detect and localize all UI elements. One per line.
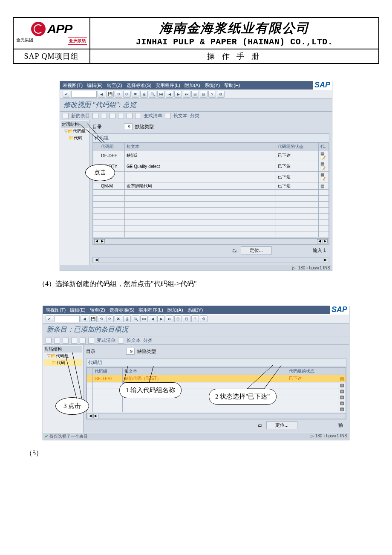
- expand-icon[interactable]: [63, 113, 69, 119]
- toolbar-button[interactable]: ?: [191, 315, 199, 322]
- sap-std-toolbar[interactable]: ✔ ◀ 💾 ⟲ ⟳ ✖ 🖨 🔍 ⏮ ◀ ▶ ⏭ ⊞ ⊟ ? ⚙: [60, 90, 332, 99]
- toolbar-button[interactable]: ⏮: [157, 91, 165, 98]
- locate-button[interactable]: 定位...: [266, 421, 297, 429]
- undo-icon[interactable]: [110, 113, 115, 119]
- codegroup-table[interactable]: 代码组 短文本 代码组的状态 代. GE-DEF缺陷2已下达▤ 📝 GE-QTY…: [92, 142, 329, 245]
- col-header[interactable]: 短文本: [125, 143, 276, 150]
- toolbar-button[interactable]: ◀: [149, 315, 156, 322]
- toolbar-button[interactable]: ✖: [132, 91, 139, 98]
- menu-item[interactable]: 编辑(E): [87, 82, 103, 89]
- toolbar-button[interactable]: ◀: [81, 315, 88, 322]
- toolbar-button[interactable]: 🖨: [140, 91, 148, 98]
- toolbar-button[interactable]: 🔍: [149, 91, 156, 98]
- toolbar-button[interactable]: ⚙: [200, 315, 208, 322]
- toolbar-button[interactable]: ⟳: [106, 315, 114, 322]
- menu-item[interactable]: 帮助(H): [224, 82, 240, 89]
- col-header[interactable]: 代码组: [99, 143, 125, 150]
- sap-menubar[interactable]: 表视图(T) 编辑(E) 转至(Z) 选择标准(S) 实用程序(L) 附加(A)…: [43, 306, 349, 314]
- select-all-icon[interactable]: [118, 113, 124, 119]
- menu-item[interactable]: 转至(Z): [107, 82, 122, 89]
- col-header[interactable]: 代码组的状态: [287, 368, 338, 375]
- toolbar-button[interactable]: ⏮: [140, 315, 148, 322]
- longtext-icon[interactable]: [118, 338, 124, 344]
- position-icon[interactable]: 🗂: [232, 248, 237, 253]
- menu-item[interactable]: 选择标准(S): [110, 307, 135, 313]
- sap-app-toolbar[interactable]: 新的条目 变式清单 长文本 分类: [60, 112, 332, 120]
- toolbar-button[interactable]: ◀: [98, 91, 105, 98]
- dialog-structure-tree[interactable]: 对话结构 ▽📂代码组 📁代码: [43, 345, 84, 433]
- toolbar-button[interactable]: 💾: [89, 315, 97, 322]
- menu-item[interactable]: 表视图(T): [63, 82, 83, 89]
- tcode-input[interactable]: [54, 315, 80, 322]
- hscroll[interactable]: ◀▶: [86, 413, 346, 419]
- toolbar-button[interactable]: ▶: [157, 315, 165, 322]
- longtext-icon[interactable]: [165, 113, 171, 119]
- menu-item[interactable]: 转至(Z): [90, 307, 105, 313]
- toolbar-button[interactable]: ⏭: [183, 91, 190, 98]
- variant-list-button[interactable]: 变式清单: [97, 337, 115, 344]
- toolbar-button[interactable]: 🔍: [132, 315, 139, 322]
- menu-item[interactable]: 实用程序(L): [156, 82, 180, 89]
- icon[interactable]: [80, 338, 86, 344]
- toolbar-button[interactable]: ✖: [115, 315, 122, 322]
- menu-item[interactable]: 实用程序(L): [138, 307, 163, 313]
- hscroll[interactable]: ◀▶◀▶: [93, 238, 329, 244]
- toolbar-button[interactable]: ⊞: [191, 91, 199, 98]
- sap-menubar[interactable]: 表视图(T) 编辑(E) 转至(Z) 选择标准(S) 实用程序(L) 附加(A)…: [60, 81, 332, 90]
- classify-button[interactable]: 分类: [143, 337, 153, 344]
- tcode-input[interactable]: [71, 91, 97, 98]
- delete-icon[interactable]: [63, 338, 69, 344]
- toolbar-button[interactable]: ✔: [63, 91, 70, 98]
- col-header[interactable]: 代码组: [93, 368, 123, 375]
- hscroll-main[interactable]: ◀▶: [92, 257, 329, 263]
- tree-node-codegroup[interactable]: 代码组: [73, 129, 86, 133]
- col-header[interactable]: 短文本: [123, 368, 287, 375]
- toolbar-button[interactable]: ⟳: [123, 91, 131, 98]
- catalog-input[interactable]: 9: [124, 123, 133, 130]
- toolbar-button[interactable]: 💾: [106, 91, 114, 98]
- toolbar-button[interactable]: ▶: [174, 91, 182, 98]
- sap-app-toolbar[interactable]: 变式清单 长文本 分类: [43, 336, 349, 345]
- toolbar-button[interactable]: ⊟: [183, 315, 190, 322]
- menu-item[interactable]: 附加(A): [167, 307, 183, 313]
- tree-node-code[interactable]: 代码: [74, 136, 82, 140]
- sap-std-toolbar[interactable]: ✔ ◀ 💾 ⟲ ⟳ ✖ 🖨 🔍 ⏮ ◀ ▶ ⏭ ⊞ ⊟ ? ⚙: [43, 314, 349, 324]
- locate-button[interactable]: 定位...: [241, 246, 272, 254]
- copy-icon[interactable]: [54, 338, 60, 344]
- toolbar-button[interactable]: ⟲: [115, 91, 122, 98]
- expand-icon[interactable]: [46, 338, 52, 344]
- col-header[interactable]: 代码组的状态: [276, 143, 319, 150]
- classify-button[interactable]: 分类: [190, 113, 199, 119]
- deselect-icon[interactable]: [127, 113, 133, 119]
- toolbar-button[interactable]: ✔: [46, 315, 53, 322]
- toolbar-button[interactable]: ?: [208, 91, 216, 98]
- print-icon[interactable]: [88, 338, 94, 344]
- menu-item[interactable]: 编辑(E): [70, 307, 86, 313]
- print-icon[interactable]: [135, 113, 141, 119]
- copy-icon[interactable]: [92, 113, 98, 119]
- position-icon[interactable]: 🗂: [258, 423, 263, 428]
- longtext-button[interactable]: 长文本: [127, 337, 141, 344]
- longtext-button[interactable]: 长文本: [173, 113, 187, 119]
- col-header[interactable]: 代.: [319, 143, 329, 150]
- toolbar-button[interactable]: 🖨: [123, 315, 131, 322]
- toolbar-button[interactable]: ⟲: [98, 315, 105, 322]
- menu-item[interactable]: 系统(Y): [187, 307, 203, 313]
- new-entries-button[interactable]: 新的条目: [71, 113, 90, 119]
- menu-item[interactable]: 选择标准(S): [127, 82, 152, 89]
- variant-list-button[interactable]: 变式清单: [144, 113, 162, 119]
- toolbar-button[interactable]: ⊞: [174, 315, 182, 322]
- toolbar-button[interactable]: ⊟: [200, 91, 208, 98]
- tree-node-codegroup[interactable]: 代码组: [56, 353, 69, 358]
- menu-item[interactable]: 系统(Y): [205, 82, 220, 89]
- toolbar-button[interactable]: ⚙: [217, 91, 225, 98]
- icon[interactable]: [71, 338, 77, 344]
- dialog-structure-tree[interactable]: 对话结构 ▽📂代码组 📁代码: [60, 120, 90, 265]
- menu-item[interactable]: 表视图(T): [46, 307, 66, 313]
- toolbar-button[interactable]: ◀: [166, 91, 173, 98]
- tree-node-code[interactable]: 代码: [57, 360, 65, 365]
- delete-icon[interactable]: [101, 113, 107, 119]
- menu-item[interactable]: 附加(A): [184, 82, 200, 89]
- catalog-input[interactable]: 9: [126, 348, 135, 355]
- toolbar-button[interactable]: ⏭: [166, 315, 173, 322]
